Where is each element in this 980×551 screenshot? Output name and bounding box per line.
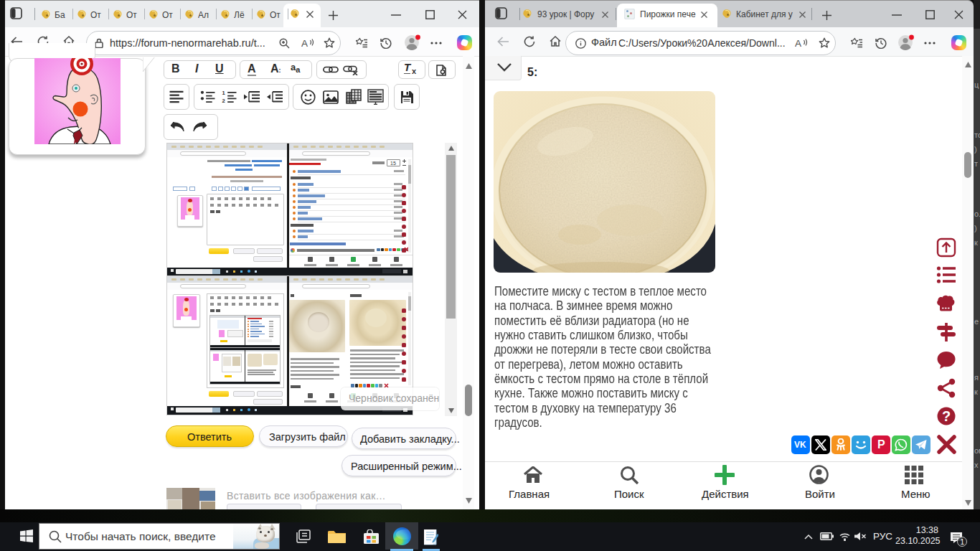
svg-text:2: 2 — [222, 98, 225, 103]
svg-text:?: ? — [942, 408, 951, 424]
svg-text:1: 1 — [222, 90, 225, 96]
svg-text:A: A — [795, 38, 801, 48]
svg-text:A: A — [301, 38, 308, 48]
